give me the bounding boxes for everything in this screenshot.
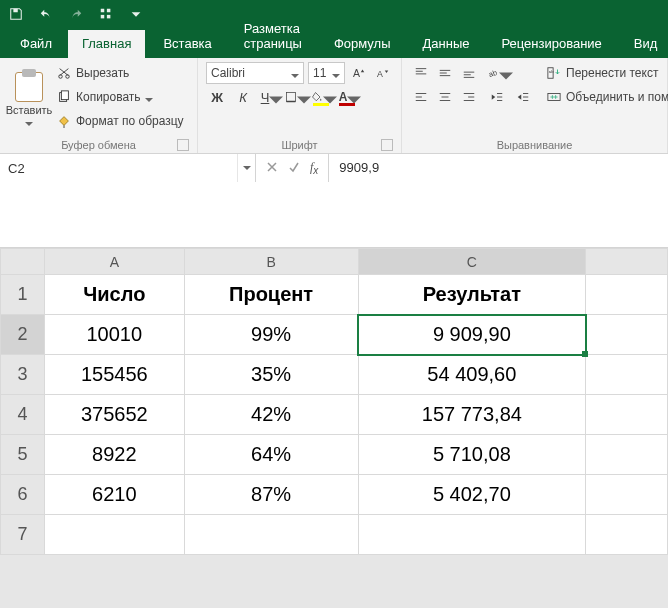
underline-button[interactable]: Ч <box>258 86 280 108</box>
row-header[interactable]: 5 <box>1 435 45 475</box>
cell[interactable]: 54 409,60 <box>358 355 586 395</box>
cell[interactable] <box>586 515 668 555</box>
redo-icon[interactable] <box>66 4 86 24</box>
align-left-button[interactable] <box>410 86 432 108</box>
row-header[interactable]: 1 <box>1 275 45 315</box>
bold-button[interactable]: Ж <box>206 86 228 108</box>
row-header[interactable]: 7 <box>1 515 45 555</box>
tab-insert[interactable]: Вставка <box>149 30 225 58</box>
increase-font-button[interactable]: A <box>349 62 369 84</box>
cell[interactable]: 64% <box>184 435 358 475</box>
cell[interactable]: 99% <box>184 315 358 355</box>
font-color-swatch <box>339 103 355 106</box>
row-header[interactable]: 6 <box>1 475 45 515</box>
tab-formulas[interactable]: Формулы <box>320 30 405 58</box>
copy-button[interactable]: Копировать <box>56 86 184 108</box>
decrease-font-button[interactable]: A <box>373 62 393 84</box>
font-size-dropdown[interactable]: 11 <box>308 62 345 84</box>
font-name-dropdown[interactable]: Calibri <box>206 62 304 84</box>
cell[interactable] <box>44 515 184 555</box>
qat-more-icon[interactable] <box>126 4 146 24</box>
cell[interactable]: 87% <box>184 475 358 515</box>
align-middle-button[interactable] <box>434 62 456 84</box>
tab-data[interactable]: Данные <box>409 30 484 58</box>
align-bottom-button[interactable] <box>458 62 480 84</box>
group-font: Calibri 11 A A Ж К Ч A Шрифт <box>198 58 402 153</box>
name-box[interactable] <box>0 154 256 182</box>
cell[interactable]: Число <box>44 275 184 315</box>
increase-indent-button[interactable] <box>512 86 534 108</box>
chevron-down-icon[interactable] <box>237 154 255 182</box>
cell[interactable]: 10010 <box>44 315 184 355</box>
cell[interactable] <box>586 475 668 515</box>
cell[interactable]: 5 710,08 <box>358 435 586 475</box>
cell[interactable] <box>586 275 668 315</box>
row-header[interactable]: 2 <box>1 315 45 355</box>
tab-file[interactable]: Файл <box>8 30 64 58</box>
group-alignment: ab ab Перенести текст Объединить и помес… <box>402 58 668 153</box>
col-header-blank[interactable] <box>586 249 668 275</box>
cell[interactable]: 375652 <box>44 395 184 435</box>
svg-rect-3 <box>101 15 105 19</box>
save-icon[interactable] <box>6 4 26 24</box>
dialog-launcher-icon[interactable] <box>381 139 393 151</box>
cell[interactable]: 5 402,70 <box>358 475 586 515</box>
table-row: 2 10010 99% 9 909,90 <box>1 315 668 355</box>
chevron-down-icon <box>332 69 340 77</box>
table-row: 6 6210 87% 5 402,70 <box>1 475 668 515</box>
row-header[interactable]: 4 <box>1 395 45 435</box>
cell[interactable]: 8922 <box>44 435 184 475</box>
dialog-launcher-icon[interactable] <box>177 139 189 151</box>
tab-home[interactable]: Главная <box>68 30 145 58</box>
cell[interactable] <box>586 355 668 395</box>
cell[interactable] <box>586 395 668 435</box>
svg-rect-40 <box>548 94 560 101</box>
svg-text:ab: ab <box>549 69 554 74</box>
tab-page-layout[interactable]: Разметка страницы <box>230 15 316 58</box>
merge-center-button[interactable]: Объединить и помес <box>546 86 668 108</box>
align-top-button[interactable] <box>410 62 432 84</box>
tab-review[interactable]: Рецензирование <box>487 30 615 58</box>
decrease-indent-button[interactable] <box>486 86 508 108</box>
qat-customize-icon[interactable] <box>96 4 116 24</box>
wrap-text-button[interactable]: ab Перенести текст <box>546 62 668 84</box>
tab-view[interactable]: Вид <box>620 30 668 58</box>
undo-icon[interactable] <box>36 4 56 24</box>
row-header[interactable]: 3 <box>1 355 45 395</box>
select-all-corner[interactable] <box>1 249 45 275</box>
cell[interactable] <box>586 315 668 355</box>
paste-button[interactable]: Вставить <box>8 68 50 126</box>
align-center-button[interactable] <box>434 86 456 108</box>
chevron-down-icon <box>291 69 299 77</box>
align-right-button[interactable] <box>458 86 480 108</box>
format-painter-button[interactable]: Формат по образцу <box>56 110 184 132</box>
font-color-button[interactable]: A <box>336 86 358 108</box>
cell[interactable] <box>586 435 668 475</box>
cut-button[interactable]: Вырезать <box>56 62 184 84</box>
cancel-icon[interactable] <box>266 161 278 176</box>
fill-color-button[interactable] <box>310 86 332 108</box>
enter-icon[interactable] <box>288 161 300 176</box>
cell[interactable]: 35% <box>184 355 358 395</box>
cell[interactable]: Результат <box>358 275 586 315</box>
italic-button[interactable]: К <box>232 86 254 108</box>
orientation-button[interactable]: ab <box>486 62 508 84</box>
cell[interactable]: Процент <box>184 275 358 315</box>
cell[interactable] <box>184 515 358 555</box>
table-row: 1 Число Процент Результат <box>1 275 668 315</box>
cell[interactable] <box>358 515 586 555</box>
col-header-A[interactable]: A <box>44 249 184 275</box>
cell[interactable]: 42% <box>184 395 358 435</box>
col-header-B[interactable]: B <box>184 249 358 275</box>
formula-input[interactable] <box>329 154 668 244</box>
worksheet-grid[interactable]: A B C 1 Число Процент Результат 2 10010 … <box>0 248 668 555</box>
fx-icon[interactable]: fx <box>310 160 318 176</box>
borders-button[interactable] <box>284 86 306 108</box>
cell[interactable]: 155456 <box>44 355 184 395</box>
cell[interactable]: 157 773,84 <box>358 395 586 435</box>
wrap-text-icon: ab <box>546 65 562 81</box>
selected-cell[interactable]: 9 909,90 <box>358 315 586 355</box>
cell[interactable]: 6210 <box>44 475 184 515</box>
col-header-C[interactable]: C <box>358 249 586 275</box>
name-box-input[interactable] <box>0 161 237 176</box>
